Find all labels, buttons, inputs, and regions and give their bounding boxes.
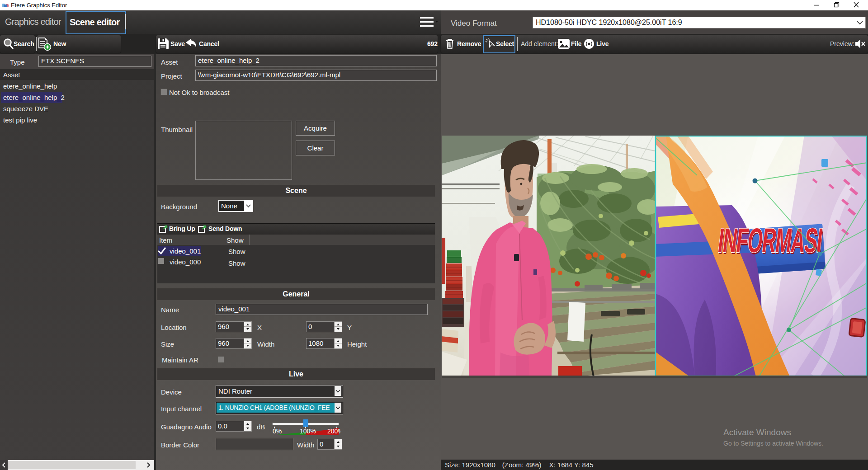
svg-text:0%: 0% xyxy=(273,428,282,435)
svg-text:100%: 100% xyxy=(300,428,316,435)
svg-text:200%: 200% xyxy=(327,428,340,435)
